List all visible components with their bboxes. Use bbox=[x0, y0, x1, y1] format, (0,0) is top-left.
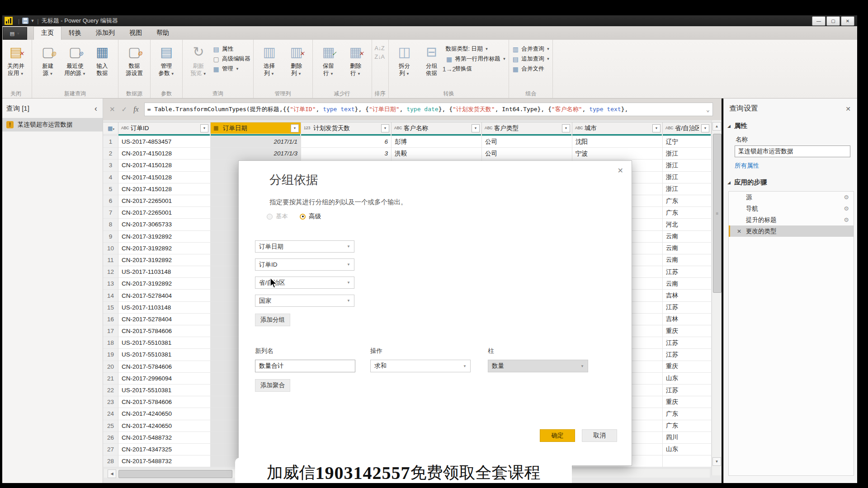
step-settings-gear-icon[interactable]: ⚙ bbox=[844, 205, 849, 212]
cell-city[interactable]: 宁波 bbox=[572, 148, 663, 160]
cell-province[interactable]: 江苏 bbox=[663, 266, 712, 278]
cell-province[interactable]: 广东 bbox=[663, 420, 712, 432]
cell-order-id[interactable]: CN-2017-3192892 bbox=[118, 254, 211, 266]
replace-values-button[interactable]: 替换值 bbox=[446, 65, 506, 73]
cell-order-id[interactable]: CN-2017-2996094 bbox=[118, 373, 211, 385]
close-settings-icon[interactable]: ✕ bbox=[845, 105, 851, 113]
tab-help[interactable]: 帮助 bbox=[149, 27, 176, 40]
step-settings-gear-icon[interactable]: ⚙ bbox=[844, 216, 849, 223]
cell-order-id[interactable]: CN-2017-4240650 bbox=[118, 420, 211, 432]
step-navigation[interactable]: 导航⚙ bbox=[729, 203, 854, 214]
cell-province[interactable]: 重庆 bbox=[663, 396, 712, 408]
basic-radio[interactable]: 基本 bbox=[267, 212, 288, 221]
cell-province[interactable]: 浙江 bbox=[663, 160, 712, 171]
power-bi-icon[interactable] bbox=[5, 17, 13, 25]
formula-input[interactable]: = Table.TransformColumnTypes(提升的标题,{{"订单… bbox=[144, 103, 713, 116]
cell-order-id[interactable]: CN-2017-4150128 bbox=[118, 160, 211, 171]
cell-province[interactable]: 吉林 bbox=[663, 290, 712, 301]
column-header-ship-days[interactable]: 123计划发货天数▼ bbox=[301, 122, 392, 134]
cell-province[interactable]: 江苏 bbox=[663, 349, 712, 361]
column-header-customer-name[interactable]: ABC客户名称▼ bbox=[392, 122, 482, 134]
cell-customer-type[interactable]: 公司 bbox=[482, 148, 572, 160]
group-column-dropdown-1[interactable]: 订单日期▼ bbox=[255, 240, 354, 253]
filter-dropdown-icon[interactable]: ▼ bbox=[381, 124, 389, 132]
step-settings-gear-icon[interactable]: ⚙ bbox=[844, 194, 849, 201]
close-apply-button[interactable]: ✕关闭并应用 ▼ bbox=[3, 42, 29, 85]
row-number-header[interactable]: ▦▾ bbox=[103, 122, 118, 134]
cell-order-id[interactable]: CN-2017-3065733 bbox=[118, 219, 211, 230]
cell-province[interactable]: 河北 bbox=[663, 219, 712, 230]
cell-order-id[interactable]: US-2017-4853457 bbox=[118, 136, 211, 148]
cell-order-date[interactable]: 2017/1/1 bbox=[211, 136, 301, 148]
close-button[interactable]: ✕ bbox=[841, 16, 854, 26]
tab-home[interactable]: 主页 bbox=[33, 26, 61, 40]
cell-order-id[interactable]: CN-2017-5784606 bbox=[118, 325, 211, 337]
cell-province[interactable]: 山东 bbox=[663, 373, 712, 385]
cell-province[interactable]: 江苏 bbox=[663, 385, 712, 396]
collapse-steps-icon[interactable]: ◢ bbox=[727, 180, 731, 185]
cell-province[interactable]: 云南 bbox=[663, 231, 712, 243]
scroll-up-icon[interactable]: ▲ bbox=[712, 122, 721, 131]
tab-transform[interactable]: 转换 bbox=[61, 27, 89, 40]
filter-dropdown-icon[interactable]: ▼ bbox=[562, 124, 570, 132]
cell-order-id[interactable]: CN-2017-5784606 bbox=[118, 361, 211, 373]
column-header-province[interactable]: ABC省/自治区▼ bbox=[663, 122, 712, 134]
cell-province[interactable]: 吉林 bbox=[663, 314, 712, 325]
column-header-order-date[interactable]: ▦订单日期▼ bbox=[211, 122, 301, 134]
properties-button[interactable]: 属性 bbox=[212, 45, 250, 53]
cancel-formula-icon[interactable]: ✕ bbox=[109, 105, 115, 113]
file-menu-button[interactable]: ▤▼ bbox=[3, 27, 27, 40]
cell-order-id[interactable]: US-2017-5510381 bbox=[118, 349, 211, 361]
group-column-dropdown-4[interactable]: 国家▼ bbox=[255, 295, 354, 307]
recent-sources-button[interactable]: ⊙最近使用的源 ▼ bbox=[62, 42, 88, 85]
column-dropdown[interactable]: 数量▼ bbox=[488, 360, 588, 372]
column-header-city[interactable]: ABC城市▼ bbox=[572, 122, 663, 134]
cell-order-id[interactable]: CN-2017-3192892 bbox=[118, 278, 211, 290]
cell-province[interactable]: 浙江 bbox=[663, 172, 712, 183]
sort-ascending-button[interactable]: A↓Z bbox=[375, 45, 385, 52]
collapse-properties-icon[interactable]: ◢ bbox=[727, 124, 731, 128]
cell-order-id[interactable]: CN-2017-4150128 bbox=[118, 148, 211, 160]
column-header-customer-type[interactable]: ABC客户类型▼ bbox=[482, 122, 572, 134]
cell-order-id[interactable]: CN-2017-3192892 bbox=[118, 243, 211, 254]
cell-province[interactable]: 重庆 bbox=[663, 361, 712, 373]
quick-access-caret-icon[interactable]: ▼ bbox=[30, 19, 34, 23]
choose-columns-button[interactable]: 选择列 ▼ bbox=[256, 42, 283, 85]
maximize-button[interactable]: ▢ bbox=[826, 16, 840, 26]
refresh-preview-button[interactable]: 刷新预览 ▼ bbox=[185, 42, 212, 85]
merge-queries-button[interactable]: 合并查询▼ bbox=[512, 45, 550, 53]
cell-province[interactable]: 山东 bbox=[663, 444, 712, 455]
cell-order-date[interactable]: 2017/1/3 bbox=[211, 148, 301, 160]
filter-dropdown-icon[interactable]: ▼ bbox=[291, 124, 299, 132]
cell-order-id[interactable]: CN-2017-5278404 bbox=[118, 314, 211, 325]
cell-order-id[interactable]: CN-2017-4347325 bbox=[118, 444, 211, 455]
cell-customer-name[interactable]: 彭博 bbox=[392, 136, 482, 148]
scroll-left-icon[interactable]: ◀ bbox=[108, 469, 116, 478]
remove-rows-button[interactable]: ✕删除行 ▼ bbox=[343, 42, 369, 85]
cell-order-id[interactable]: CN-2017-5488732 bbox=[118, 455, 211, 467]
table-menu-icon[interactable]: ▦▾ bbox=[108, 125, 114, 131]
column-header-order-id[interactable]: ABC订单ID▼ bbox=[118, 122, 211, 134]
filter-dropdown-icon[interactable]: ▼ bbox=[200, 124, 208, 132]
filter-dropdown-icon[interactable]: ▼ bbox=[701, 124, 709, 132]
cell-province[interactable]: 广东 bbox=[663, 207, 712, 219]
cell-city[interactable]: 沈阳 bbox=[572, 136, 663, 148]
cell-province[interactable]: 江苏 bbox=[663, 302, 712, 314]
data-type-button[interactable]: 数据类型: 日期▼ bbox=[446, 45, 506, 53]
confirm-formula-icon[interactable]: ✓ bbox=[122, 105, 127, 113]
cell-province[interactable]: 浙江 bbox=[663, 148, 712, 160]
cell-order-id[interactable]: CN-2017-4150128 bbox=[118, 172, 211, 183]
minimize-button[interactable]: — bbox=[812, 16, 826, 26]
cell-province[interactable]: 广东 bbox=[663, 195, 712, 207]
cell-order-id[interactable]: CN-2017-3192892 bbox=[118, 231, 211, 243]
combine-files-button[interactable]: 合并文件 bbox=[512, 65, 550, 73]
ok-button[interactable]: 确定 bbox=[540, 429, 575, 442]
group-by-button[interactable]: 分组依据 bbox=[419, 42, 445, 85]
cell-province[interactable]: 江苏 bbox=[663, 337, 712, 349]
cell-customer-name[interactable]: 洪毅 bbox=[392, 148, 482, 160]
cell-province[interactable]: 辽宁 bbox=[663, 136, 712, 148]
cell-order-id[interactable]: CN-2017-2265001 bbox=[118, 207, 211, 219]
cell-province[interactable]: 云南 bbox=[663, 278, 712, 290]
cell-order-id[interactable]: US-2017-5510381 bbox=[118, 337, 211, 349]
cell-order-id[interactable]: US-2017-5510381 bbox=[118, 385, 211, 396]
